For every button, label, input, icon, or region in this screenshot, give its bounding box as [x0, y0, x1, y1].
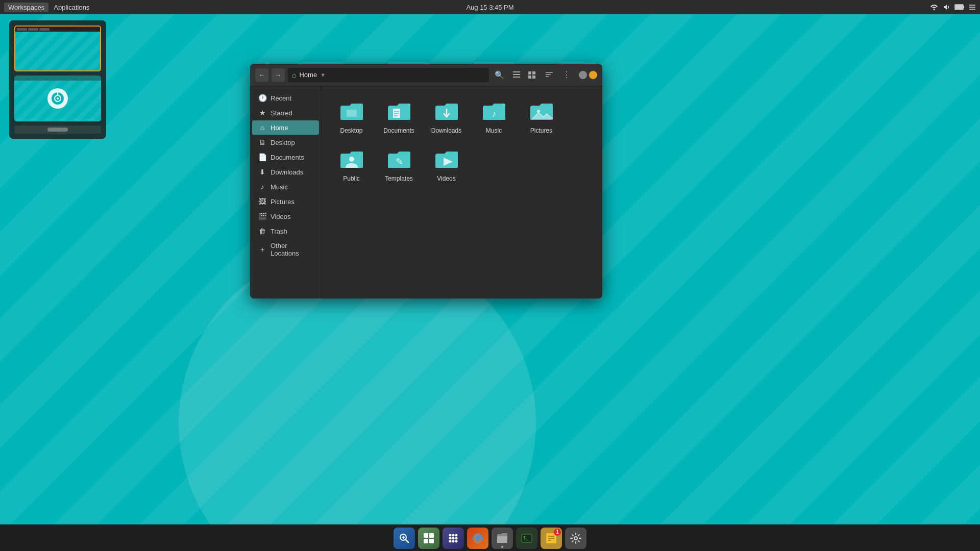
file-manager-body: 🕐 Recent ★ Starred ⌂ Home 🖥 Desktop 📄 Do… [250, 86, 602, 298]
list-view-button[interactable] [509, 68, 524, 82]
svg-point-45 [452, 534, 455, 536]
sidebar: 🕐 Recent ★ Starred ⌂ Home 🖥 Desktop 📄 Do… [250, 86, 322, 298]
workspaces-button[interactable]: Workspaces [4, 3, 48, 12]
svg-point-50 [449, 540, 452, 542]
sticky-badge: 1 [554, 529, 561, 536]
location-bar[interactable]: ⌂ Home ▼ [288, 68, 489, 82]
sidebar-item-documents[interactable]: 📄 Documents [252, 150, 319, 164]
taskbar-terminal[interactable]: $_ [516, 528, 537, 549]
svg-rect-1 [963, 6, 964, 8]
recent-icon: 🕐 [258, 94, 266, 102]
folder-icon-templates: ✎ [386, 146, 412, 173]
folder-label-templates: Templates [385, 175, 413, 182]
sidebar-label-desktop: Desktop [271, 139, 295, 146]
svg-rect-8 [513, 74, 520, 75]
svg-rect-9 [513, 77, 520, 78]
svg-rect-20 [393, 109, 400, 118]
close-button[interactable]: × [589, 71, 597, 79]
taskbar-settings[interactable] [565, 528, 586, 549]
folder-public[interactable]: Public [330, 142, 373, 186]
sidebar-item-trash[interactable]: 🗑 Trash [252, 224, 319, 238]
taskbar-files[interactable] [492, 528, 513, 549]
menu-button[interactable]: ⋮ [559, 68, 574, 82]
sidebar-label-music: Music [271, 183, 288, 191]
battery-icon[interactable] [954, 3, 965, 11]
folder-pictures[interactable]: Pictures [520, 94, 563, 138]
svg-point-52 [455, 540, 458, 542]
panel-right [930, 3, 976, 11]
volume-icon[interactable] [942, 3, 950, 11]
sidebar-item-starred[interactable]: ★ Starred [252, 106, 319, 120]
taskbar-launcher[interactable] [443, 528, 464, 549]
svg-rect-2 [955, 5, 963, 9]
svg-point-46 [455, 534, 458, 536]
svg-rect-42 [424, 539, 428, 543]
folder-label-videos: Videos [437, 175, 455, 182]
workspace-2[interactable] [14, 76, 101, 121]
location-text: Home [299, 71, 317, 79]
folder-icon-downloads [433, 98, 460, 125]
location-chevron: ▼ [320, 72, 326, 78]
sidebar-label-recent: Recent [271, 94, 291, 102]
svg-rect-43 [429, 539, 434, 543]
sidebar-item-other[interactable]: + Other Locations [252, 239, 319, 260]
sort-button[interactable] [542, 68, 556, 82]
network-icon[interactable] [930, 3, 938, 11]
applications-button[interactable]: Applications [50, 3, 93, 12]
view-buttons [509, 68, 539, 82]
documents-icon: 📄 [258, 153, 266, 161]
svg-rect-11 [532, 71, 535, 74]
folder-documents[interactable]: Documents [377, 94, 421, 138]
sidebar-item-desktop[interactable]: 🖥 Desktop [252, 135, 319, 149]
music-icon: ♪ [258, 183, 266, 191]
sidebar-label-downloads: Downloads [271, 168, 303, 176]
sidebar-label-other: Other Locations [271, 242, 313, 257]
folder-templates[interactable]: ✎ Templates [377, 142, 421, 186]
file-manager-content: Desktop Documents [322, 86, 602, 298]
taskbar-sticky[interactable]: 1 [541, 528, 562, 549]
panel-datetime: Aug 15 3:45 PM [466, 4, 513, 11]
folder-label-public: Public [343, 175, 360, 182]
search-button[interactable]: 🔍 [492, 68, 506, 82]
taskbar-mosaic[interactable] [418, 528, 439, 549]
folder-icon-documents [386, 98, 412, 125]
taskbar-firefox[interactable] [467, 528, 488, 549]
sidebar-item-home[interactable]: ⌂ Home [252, 120, 319, 135]
folder-desktop[interactable]: Desktop [330, 94, 373, 138]
svg-rect-13 [532, 76, 535, 79]
folder-label-desktop: Desktop [340, 127, 362, 134]
svg-text:♪: ♪ [492, 109, 496, 119]
sidebar-item-videos[interactable]: 🎬 Videos [252, 209, 319, 223]
svg-rect-18 [347, 110, 357, 117]
svg-text:✎: ✎ [395, 157, 403, 167]
back-button[interactable]: ← [255, 68, 268, 82]
folder-icon-public [338, 146, 365, 173]
sidebar-item-pictures[interactable]: 🖼 Pictures [252, 194, 319, 209]
svg-line-37 [405, 539, 408, 542]
minimize-button[interactable]: – [579, 71, 587, 79]
forward-button[interactable]: → [272, 68, 285, 82]
svg-rect-7 [513, 71, 520, 72]
sidebar-item-downloads[interactable]: ⬇ Downloads [252, 165, 319, 179]
folder-music[interactable]: ♪ Music [472, 94, 516, 138]
folder-icon-videos [433, 146, 460, 173]
workspace-1[interactable] [14, 26, 101, 71]
sidebar-label-pictures: Pictures [271, 198, 295, 206]
folder-icon-music: ♪ [481, 98, 507, 125]
pop-os-logo [47, 88, 68, 109]
svg-rect-12 [528, 76, 531, 79]
svg-rect-10 [528, 71, 531, 74]
system-menu[interactable] [969, 4, 976, 11]
folder-videos[interactable]: Videos [425, 142, 468, 186]
desktop-icon: 🖥 [258, 138, 266, 146]
view-toggle-button[interactable] [525, 68, 539, 82]
folder-downloads[interactable]: Downloads [425, 94, 468, 138]
svg-point-61 [574, 537, 577, 540]
sidebar-item-recent[interactable]: 🕐 Recent [252, 91, 319, 105]
folder-label-downloads: Downloads [431, 127, 461, 134]
sidebar-label-documents: Documents [271, 154, 304, 161]
taskbar-search[interactable] [394, 528, 415, 549]
sidebar-item-music[interactable]: ♪ Music [252, 180, 319, 194]
panel-left: Workspaces Applications [4, 3, 93, 12]
pictures-icon: 🖼 [258, 197, 266, 206]
